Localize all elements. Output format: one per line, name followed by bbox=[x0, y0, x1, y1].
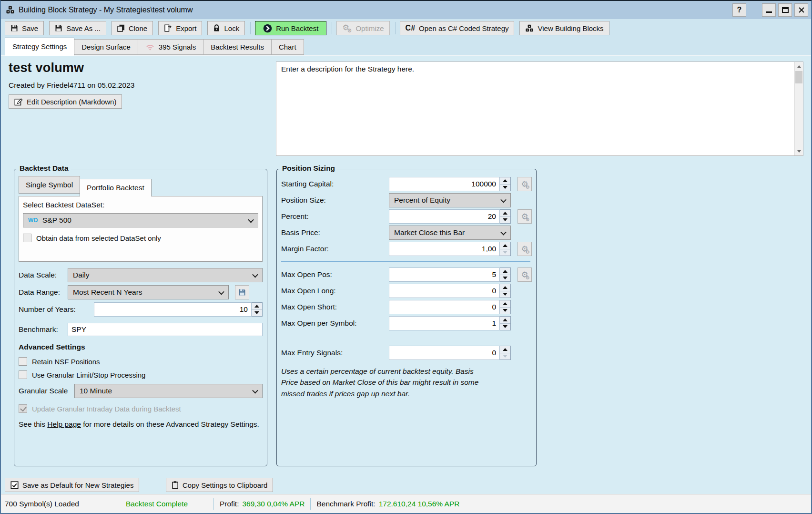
scrollbar-thumb[interactable] bbox=[795, 71, 802, 83]
save-as-button[interactable]: Save As ... bbox=[49, 21, 106, 35]
spinner-up-icon[interactable] bbox=[500, 300, 510, 308]
spinner-down-icon[interactable] bbox=[500, 353, 510, 360]
scroll-up-button[interactable] bbox=[795, 62, 803, 71]
copy-settings-button[interactable]: Copy Settings to Clipboard bbox=[166, 478, 273, 492]
close-button[interactable] bbox=[794, 3, 808, 17]
data-scale-select[interactable]: Daily bbox=[68, 268, 263, 282]
margin-factor-spinner[interactable] bbox=[500, 242, 511, 256]
max-open-per-symbol-spinner[interactable] bbox=[500, 316, 511, 330]
spinner-up-icon[interactable] bbox=[500, 242, 510, 249]
max-open-short-spinner[interactable] bbox=[500, 300, 511, 314]
chevron-down-icon bbox=[252, 271, 258, 278]
toolbar-separator bbox=[332, 22, 332, 34]
position-sizing-note: Uses a certain percentage of current bac… bbox=[281, 366, 491, 399]
spinner-up-icon[interactable] bbox=[500, 284, 510, 291]
tab-single-symbol[interactable]: Single Symbol bbox=[19, 176, 80, 194]
retain-nsf-checkbox[interactable] bbox=[19, 357, 27, 366]
max-open-long-spinner[interactable] bbox=[500, 284, 511, 298]
spinner-up-icon[interactable] bbox=[500, 346, 510, 353]
minimize-button[interactable] bbox=[762, 3, 776, 17]
starting-capital-spinner[interactable] bbox=[500, 177, 511, 191]
spinner-up-icon[interactable] bbox=[252, 303, 262, 310]
profit-readout: Profit: 369,30 0,04% APR bbox=[220, 500, 304, 508]
percent-label: Percent: bbox=[281, 212, 389, 221]
granular-scale-select[interactable]: 10 Minute bbox=[74, 384, 263, 398]
help-button[interactable]: ? bbox=[732, 3, 746, 17]
percent-spinner[interactable] bbox=[500, 209, 511, 224]
csharp-icon: C# bbox=[406, 24, 415, 32]
gear-icon: ⚙ bbox=[526, 217, 530, 222]
title-bar: Building Block Strategy - My Strategies\… bbox=[1, 1, 811, 19]
spinner-down-icon[interactable] bbox=[500, 324, 510, 330]
max-open-pos-settings-button[interactable]: ⚙⚙ bbox=[518, 267, 532, 282]
starting-capital-label: Starting Capital: bbox=[281, 180, 389, 188]
spinner-down-icon[interactable] bbox=[500, 308, 510, 314]
save-data-range-button[interactable] bbox=[235, 285, 249, 299]
number-of-years-spinner[interactable] bbox=[252, 302, 263, 317]
max-open-pos-spinner[interactable] bbox=[500, 267, 511, 282]
backtest-mode-tabs: Single Symbol Portfolio Backtest bbox=[19, 176, 263, 196]
spinner-down-icon[interactable] bbox=[500, 185, 510, 191]
spinner-down-icon[interactable] bbox=[252, 310, 262, 317]
starting-capital-input[interactable] bbox=[389, 177, 500, 191]
app-window: Building Block Strategy - My Strategies\… bbox=[0, 0, 812, 514]
backtest-data-group: Backtest Data Single Symbol Portfolio Ba… bbox=[14, 169, 267, 466]
dataset-select[interactable]: WD S&P 500 bbox=[23, 213, 258, 227]
strategy-description-input[interactable]: Enter a description for the Strategy her… bbox=[276, 62, 803, 156]
max-entry-signals-spinner[interactable] bbox=[500, 346, 511, 360]
margin-factor-settings-button[interactable]: ⚙⚙ bbox=[518, 242, 532, 256]
benchmark-label: Benchmark: bbox=[19, 325, 68, 334]
spinner-up-icon[interactable] bbox=[500, 177, 510, 185]
max-open-pos-input[interactable] bbox=[389, 267, 500, 282]
basis-price-select[interactable]: Market Close this Bar bbox=[389, 226, 511, 240]
benchmark-profit-label: Benchmark Profit: bbox=[316, 500, 375, 508]
main-tab-strip: Strategy Settings Design Surface 395 Sig… bbox=[1, 37, 811, 56]
max-open-short-input[interactable] bbox=[389, 300, 500, 314]
save-button[interactable]: Save bbox=[5, 21, 44, 35]
view-building-blocks-button[interactable]: View Building Blocks bbox=[519, 21, 609, 35]
gear-icon: ⚙ bbox=[526, 185, 530, 190]
scroll-down-button[interactable] bbox=[795, 147, 803, 155]
obtain-data-checkbox[interactable] bbox=[23, 234, 31, 242]
max-open-per-symbol-input[interactable] bbox=[389, 316, 500, 330]
percent-settings-button[interactable]: ⚙⚙ bbox=[518, 209, 532, 224]
clone-button[interactable]: Clone bbox=[112, 21, 153, 35]
gear-icon: ⚙ bbox=[526, 276, 530, 280]
starting-capital-settings-button[interactable]: ⚙⚙ bbox=[518, 177, 532, 191]
position-size-select[interactable]: Percent of Equity bbox=[389, 193, 511, 207]
checkbox-checked-icon bbox=[10, 481, 19, 489]
spinner-down-icon[interactable] bbox=[500, 249, 510, 256]
tab-chart[interactable]: Chart bbox=[272, 39, 304, 55]
spinner-down-icon[interactable] bbox=[500, 217, 510, 224]
max-open-long-input[interactable] bbox=[389, 284, 500, 298]
optimize-button[interactable]: ⚙ ⚙ Optimize bbox=[336, 21, 389, 35]
export-button[interactable]: Export bbox=[158, 21, 202, 35]
edit-description-button[interactable]: Edit Description (Markdown) bbox=[9, 94, 122, 109]
number-of-years-input[interactable] bbox=[94, 302, 252, 317]
open-csharp-button[interactable]: C# Open as C# Coded Strategy bbox=[400, 21, 515, 35]
maximize-button[interactable] bbox=[778, 3, 792, 17]
description-scrollbar[interactable] bbox=[794, 62, 803, 155]
tab-strategy-settings[interactable]: Strategy Settings bbox=[5, 38, 74, 56]
granular-limit-checkbox[interactable] bbox=[19, 370, 27, 379]
benchmark-input[interactable] bbox=[68, 323, 263, 336]
percent-input[interactable] bbox=[389, 209, 500, 224]
margin-factor-input[interactable] bbox=[389, 242, 500, 256]
tab-design-surface[interactable]: Design Surface bbox=[74, 39, 138, 55]
spinner-up-icon[interactable] bbox=[500, 317, 510, 324]
help-page-link[interactable]: Help page bbox=[47, 420, 81, 428]
spinner-up-icon[interactable] bbox=[500, 210, 510, 217]
run-backtest-button[interactable]: Run Backtest bbox=[255, 21, 326, 35]
lock-button[interactable]: Lock bbox=[207, 21, 245, 35]
save-default-button[interactable]: Save as Default for New Strategies bbox=[5, 478, 139, 492]
spinner-down-icon[interactable] bbox=[500, 291, 510, 298]
position-size-label: Position Size: bbox=[281, 196, 389, 205]
max-entry-signals-input[interactable] bbox=[389, 346, 500, 360]
data-range-select[interactable]: Most Recent N Years bbox=[68, 285, 229, 299]
spinner-down-icon[interactable] bbox=[500, 275, 510, 282]
tab-portfolio-backtest[interactable]: Portfolio Backtest bbox=[80, 179, 152, 196]
tab-signals[interactable]: 395 Signals bbox=[138, 39, 203, 55]
spinner-up-icon[interactable] bbox=[500, 268, 510, 275]
tab-backtest-results[interactable]: Backtest Results bbox=[203, 39, 272, 55]
update-granular-checkbox[interactable] bbox=[19, 404, 27, 413]
